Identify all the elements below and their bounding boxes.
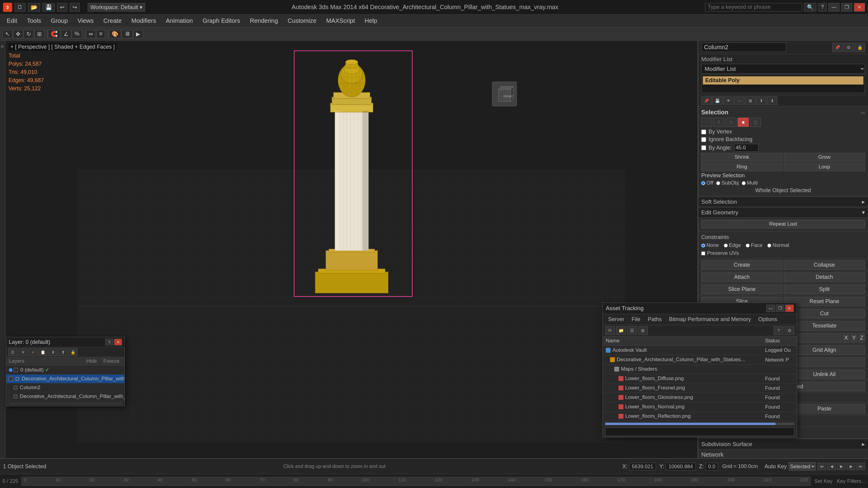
help-btn[interactable]: ? (818, 3, 827, 11)
constraint-none-radio[interactable] (701, 243, 705, 248)
menu-create[interactable]: Create (99, 16, 126, 26)
at-grid-btn[interactable]: ⊞ (638, 326, 648, 335)
mirror-btn[interactable]: ⇔ (86, 30, 96, 38)
view-cube[interactable]: FRONT (491, 80, 518, 108)
mod-delete-btn[interactable]: 🗑 (745, 96, 755, 105)
layer-decorative-sub[interactable]: Decorative_Architectural_Column_Pillar_w… (6, 392, 124, 401)
soft-selection-header[interactable]: Soft Selection ▸ (698, 196, 868, 207)
render-btn[interactable]: ▶ (133, 30, 143, 38)
workspace-dropdown[interactable]: Workspace: Default ▾ (88, 3, 145, 11)
element-icon[interactable]: ⬡ (750, 118, 761, 127)
at-restore-btn[interactable]: ❐ (776, 305, 784, 312)
timeline-track[interactable]: 010203040 5060708090 100110120130140 150… (21, 477, 811, 486)
open-btn[interactable]: 📂 (28, 3, 40, 11)
close-btn[interactable]: ✕ (854, 3, 865, 11)
lp-btn-copy[interactable]: 📋 (38, 348, 48, 356)
preview-off-label[interactable]: Off (701, 180, 713, 186)
menu-help[interactable]: Help (361, 16, 381, 26)
lp-scrollbar[interactable] (9, 402, 122, 405)
constraint-normal-label[interactable]: Normal (767, 242, 789, 249)
menu-animation[interactable]: Animation (161, 16, 197, 26)
by-vertex-checkbox[interactable] (701, 130, 706, 134)
move-btn[interactable]: ✜ (13, 30, 23, 38)
play-btn[interactable]: ▶ (837, 463, 845, 470)
at-row-maps[interactable]: Maps / Shaders (603, 364, 797, 374)
new-btn[interactable]: 🗋 (14, 3, 26, 11)
material-editor-btn[interactable]: 🎨 (109, 30, 121, 38)
snap-btn[interactable]: 🧲 (48, 30, 60, 38)
at-refresh-btn[interactable]: ⟳ (605, 326, 615, 335)
mod-pin-btn[interactable]: 📌 (701, 96, 712, 105)
z-btn[interactable]: Z (859, 333, 865, 343)
at-minimize-btn[interactable]: — (766, 305, 775, 312)
attach-btn[interactable]: Attach (701, 272, 782, 282)
minimize-btn[interactable]: — (829, 3, 839, 11)
search-btn[interactable]: 🔍 (804, 3, 816, 11)
preview-subcty-label[interactable]: SubObj (716, 180, 739, 186)
at-list-btn[interactable]: ☰ (627, 326, 637, 335)
lp-close-btn[interactable]: ✕ (114, 339, 122, 346)
rotate-btn[interactable]: ↻ (24, 30, 34, 38)
at-menu-server[interactable]: Server (605, 315, 627, 324)
play-prev-btn[interactable]: ⏮ (817, 463, 826, 470)
menu-edit[interactable]: Edit (2, 16, 21, 26)
polygon-icon[interactable]: ■ (738, 118, 749, 127)
at-search-input[interactable] (605, 427, 794, 436)
grow-btn[interactable]: Grow (784, 153, 865, 161)
at-menu-paths[interactable]: Paths (645, 315, 665, 324)
align-btn[interactable]: ≡ (96, 30, 105, 38)
slice-plane-btn[interactable]: Slice Plane (701, 285, 782, 294)
border-icon[interactable]: □ (725, 118, 737, 127)
preview-multi-radio[interactable] (742, 181, 746, 185)
menu-tools[interactable]: Tools (23, 16, 45, 26)
search-input[interactable] (705, 3, 802, 11)
select-btn[interactable]: ↖ (2, 30, 12, 38)
preview-subcty-radio[interactable] (716, 181, 720, 185)
editable-poly-modifier[interactable]: Editable Poly (703, 76, 863, 85)
rp-pin-btn[interactable]: 📌 (832, 43, 842, 52)
scale-btn[interactable]: ⊞ (34, 30, 44, 38)
mod-save-btn[interactable]: 💾 (712, 96, 722, 105)
menu-maxscript[interactable]: MAXScript (322, 16, 359, 26)
at-menu-bitmap[interactable]: Bitmap Performance and Memory (666, 315, 754, 324)
at-folder-btn[interactable]: 📁 (616, 326, 626, 335)
at-row-file[interactable]: Decorative_Architectural_Column_Pillar_w… (603, 355, 797, 364)
x-btn[interactable]: X (843, 333, 849, 343)
repeat-last-btn[interactable]: Repeat Last (701, 220, 865, 228)
at-row-fresnel[interactable]: Lower_floors_Fresnel.png Found (603, 383, 797, 393)
rp-lock-btn[interactable]: 🔒 (855, 43, 865, 52)
preview-off-radio[interactable] (701, 181, 705, 185)
at-row-normal[interactable]: Lower_floors_Normal.png Found (603, 402, 797, 412)
ring-btn[interactable]: Ring (701, 163, 782, 171)
lp-help-btn[interactable]: ? (105, 339, 113, 346)
at-help-btn[interactable]: ? (774, 326, 783, 335)
prev-frame-btn[interactable]: ◀ (827, 463, 836, 470)
mod-show-btn[interactable]: 👁 (723, 96, 734, 105)
constraint-face-label[interactable]: Face (746, 242, 763, 249)
at-row-reflection[interactable]: Lower_floors_Reflection.png Found (603, 412, 797, 421)
split-btn[interactable]: Split (784, 285, 865, 294)
collapse-btn[interactable]: Collapse (784, 260, 865, 270)
loop-btn[interactable]: Loop (784, 163, 865, 171)
layer-default[interactable]: 0 (default) ✓ (6, 365, 124, 375)
shrink-btn[interactable]: Shrink (701, 153, 782, 161)
menu-rendering[interactable]: Rendering (246, 16, 282, 26)
menu-customize[interactable]: Customize (284, 16, 321, 26)
next-frame-btn[interactable]: ▶ (847, 463, 855, 470)
edit-geometry-header[interactable]: Edit Geometry ▾ (698, 207, 868, 218)
at-close-btn[interactable]: ✕ (785, 305, 794, 312)
by-angle-checkbox[interactable] (701, 145, 706, 150)
lp-btn-add[interactable]: + (28, 348, 37, 356)
mod-down-btn[interactable]: ⬇ (767, 96, 777, 105)
vertex-icon[interactable]: · (701, 118, 712, 127)
at-menu-file[interactable]: File (628, 315, 644, 324)
layer-column2[interactable]: Column2 (6, 383, 124, 392)
at-menu-options[interactable]: Options (755, 315, 780, 324)
lp-btn-lock[interactable]: 🔒 (68, 348, 78, 356)
y-btn[interactable]: Y (851, 333, 857, 343)
at-row-diffuse[interactable]: Lower_floors_Diffuse.png Found (603, 374, 797, 383)
preview-multi-label[interactable]: Multi (742, 180, 758, 186)
render-setup-btn[interactable]: 🖥 (122, 30, 133, 38)
constraint-edge-radio[interactable] (724, 243, 728, 248)
constraint-face-radio[interactable] (746, 243, 750, 248)
